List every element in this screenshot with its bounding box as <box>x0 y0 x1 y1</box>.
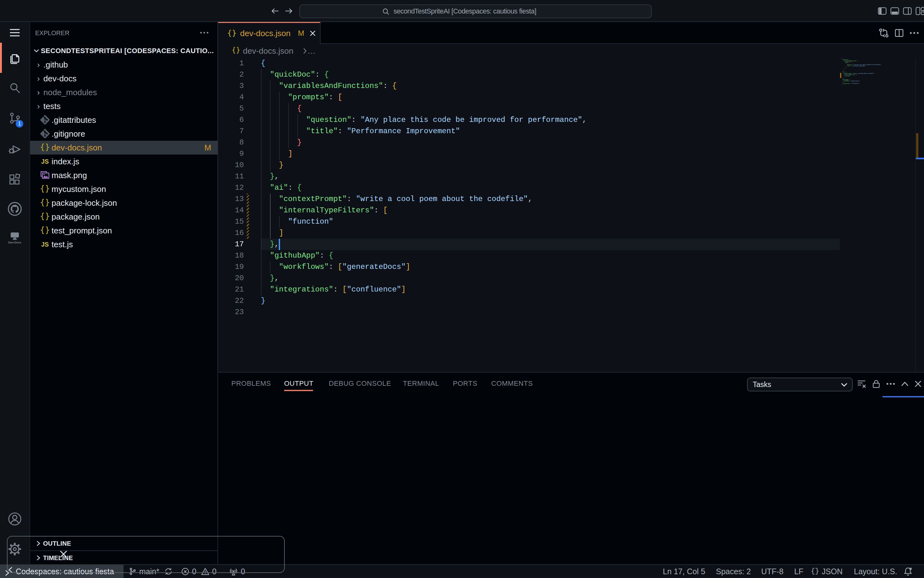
svg-text:JS: JS <box>41 158 49 165</box>
svg-text:JS: JS <box>41 241 49 248</box>
